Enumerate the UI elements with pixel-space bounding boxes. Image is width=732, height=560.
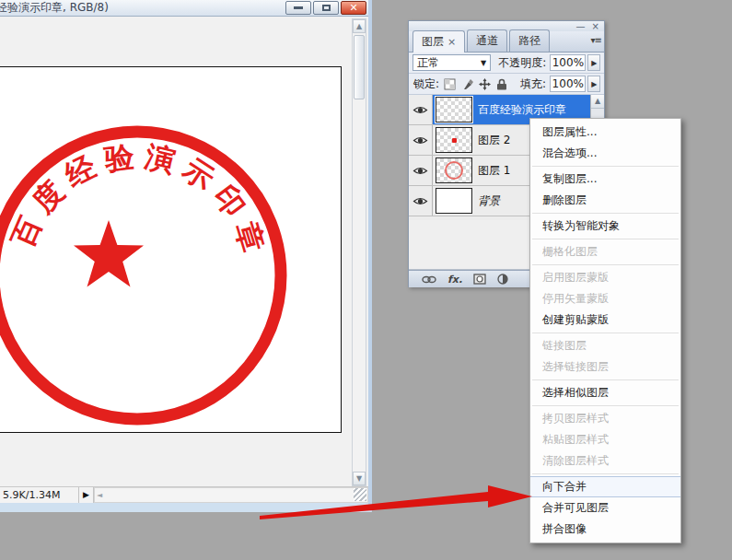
tab-close-icon[interactable]: × [447,36,456,48]
lock-pixels-brush-icon[interactable] [461,78,473,90]
layer-thumbnail[interactable] [436,158,472,183]
canvas-area: 百度经验演示印章 ▲ ▼ 5.9K/1.34M ▶ ◄ ► [0,17,368,512]
lock-all-padlock-icon[interactable] [496,78,507,90]
opacity-spinner-icon[interactable]: ▶ [587,54,600,71]
restore-icon [322,5,331,11]
tab-layers-label: 图层 [422,35,444,48]
menu-item-paste-layer-style: 粘贴图层样式 [530,429,680,450]
stamp-star [74,220,144,286]
lock-position-move-icon[interactable] [479,78,491,90]
menu-item-clear-layer-style: 清除图层样式 [530,450,680,472]
eye-icon [412,196,428,206]
horizontal-scrollbar[interactable]: ◄ ► [94,487,368,503]
eye-icon [412,166,428,176]
opacity-label: 不透明度: [498,55,546,71]
resize-grip[interactable] [354,488,366,501]
menu-item-select-similar-layers[interactable]: 选择相似图层 [530,382,680,403]
menu-item-rasterize-layer: 栅格化图层 [530,241,680,262]
fill-label: 填充: [520,76,546,92]
chevron-down-icon: ▼ [481,59,486,67]
visibility-toggle[interactable] [409,186,433,216]
canvas[interactable]: 百度经验演示印章 [0,66,342,433]
scroll-left-icon[interactable]: ◄ [97,491,102,499]
minimize-icon [294,6,303,9]
close-button[interactable]: ✕ [341,1,366,15]
window-bottom-frame [0,503,368,512]
menu-item-copy-layer-style: 拷贝图层样式 [530,408,680,429]
panel-close-icon[interactable]: × [592,22,599,30]
blend-mode-row: 正常 ▼ 不透明度: 100% ▶ [409,52,604,74]
menu-separator [532,239,679,239]
thumbnail-ring-mark [445,161,463,180]
stamp-arc-text: 百度经验演示印章 [5,138,273,264]
restore-button[interactable] [313,1,339,15]
tab-channels[interactable]: 通道 [467,29,507,52]
adjustment-layer-icon[interactable] [497,274,508,285]
layer-thumbnail[interactable] [436,188,472,214]
eye-icon [412,135,428,146]
menu-item-delete-layer[interactable]: 删除图层 [530,190,680,211]
menu-item-merge-visible[interactable]: 合并可见图层 [530,497,680,519]
fill-field[interactable]: 100% [550,76,586,92]
eye-icon [412,105,428,115]
blend-mode-select[interactable]: 正常 ▼ [412,54,491,71]
menu-separator [532,264,679,265]
tab-channels-label: 通道 [476,34,498,47]
document-window: 经验演示印章, RGB/8) ✕ 百度经验演示印章 ▲ ▼ [0,0,372,512]
stamp-image: 百度经验演示印章 [0,67,343,434]
vertical-scroll-thumb[interactable] [354,35,365,99]
layer-thumbnail[interactable] [436,97,472,122]
stamp-ring [0,132,281,419]
status-bar: 5.9K/1.34M ▶ ◄ ► [0,486,368,503]
menu-separator [532,166,679,167]
tab-paths-label: 路径 [518,34,540,47]
status-popup-button[interactable]: ▶ [79,487,94,503]
menu-item-select-linked-layers: 选择链接图层 [530,356,680,378]
scroll-down-icon[interactable]: ▼ [353,472,366,485]
visibility-toggle[interactable] [409,156,433,185]
close-icon: ✕ [349,3,357,13]
vertical-scrollbar[interactable]: ▲ ▼ [352,18,366,486]
panel-flyout-menu-icon[interactable]: ▾≡ [591,35,601,45]
layer-name[interactable]: 图层 1 [478,163,510,179]
panel-minimize-icon[interactable]: — [576,22,586,30]
layer-name[interactable]: 图层 2 [478,133,510,148]
menu-separator [532,379,679,380]
menu-item-layer-properties[interactable]: 图层属性... [530,122,680,143]
document-title: 经验演示印章, RGB/8) [0,0,109,16]
menu-item-blending-options[interactable]: 混合选项... [530,143,680,164]
scroll-up-icon[interactable]: ▲ [591,95,604,109]
minimize-button[interactable] [285,1,311,15]
visibility-toggle[interactable] [409,95,433,124]
visibility-toggle[interactable] [409,125,433,155]
tab-layers[interactable]: 图层× [412,30,465,52]
fill-spinner-icon[interactable]: ▶ [587,76,600,92]
layer-style-fx-icon[interactable]: fx. [447,274,462,286]
lock-transparency-icon[interactable] [444,78,456,90]
menu-item-create-clipping-mask[interactable]: 创建剪贴蒙版 [530,309,680,331]
menu-item-merge-down[interactable]: 向下合并 [530,476,680,497]
menu-separator [532,405,679,406]
menu-item-convert-smart-object[interactable]: 转换为智能对象 [530,216,680,237]
menu-separator [532,332,679,333]
menu-separator [532,473,679,474]
lock-row: 锁定: 填充: 100% ▶ [409,74,604,95]
document-titlebar[interactable]: 经验演示印章, RGB/8) ✕ [0,0,368,17]
menu-item-duplicate-layer[interactable]: 复制图层... [530,169,680,190]
layer-thumbnail[interactable] [436,127,472,153]
link-layers-icon[interactable] [422,275,436,284]
tab-paths[interactable]: 路径 [509,29,550,52]
menu-item-link-layers: 链接图层 [530,335,680,356]
layer-mask-icon[interactable] [473,274,486,285]
layer-name[interactable]: 百度经验演示印章 [478,102,566,118]
panel-tabs: 图层× 通道 路径 ▾≡ [409,31,604,52]
menu-item-disable-vector-mask: 停用矢量蒙版 [530,288,680,309]
menu-item-flatten-image[interactable]: 拼合图像 [530,519,680,540]
scroll-up-icon[interactable]: ▲ [353,19,366,33]
document-size-indicator: 5.9K/1.34M [0,487,79,503]
layer-name[interactable]: 背景 [478,193,500,209]
lock-label: 锁定: [413,76,439,92]
menu-item-enable-layer-mask: 启用图层蒙版 [530,267,680,288]
layer-context-menu: 图层属性... 混合选项... 复制图层... 删除图层 转换为智能对象 栅格化… [529,118,681,543]
opacity-field[interactable]: 100% [550,54,586,71]
